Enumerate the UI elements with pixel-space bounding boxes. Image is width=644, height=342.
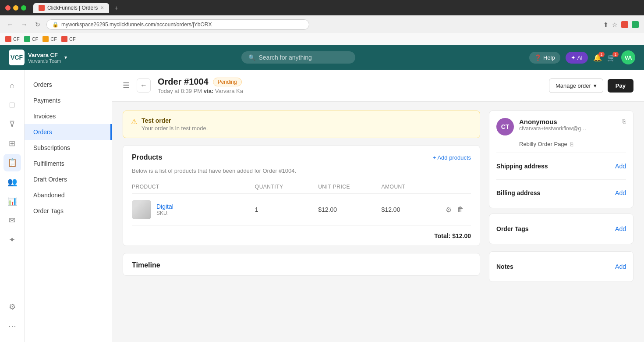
sidebar-orders-button[interactable]: 📋 xyxy=(4,154,21,171)
address-bar: ← → ↻ 🔒 myworkspace26295.myclickfunnels.… xyxy=(0,15,644,33)
sidebar-funnel-button[interactable]: ⊽ xyxy=(4,115,21,133)
sidebar-contacts-button[interactable]: 👥 xyxy=(4,173,21,191)
sidebar-ai-button[interactable]: ⋯ xyxy=(4,317,21,335)
notes-label: Notes xyxy=(496,263,513,270)
sidebar-settings-button[interactable]: ⚙ xyxy=(4,298,21,316)
products-card: Products + Add products Below is a list … xyxy=(123,145,480,246)
help-button[interactable]: ❓ Help xyxy=(529,52,560,64)
content-area: ☰ ← Order #1004 Pending Today at 8:39 PM… xyxy=(112,70,644,342)
close-dot[interactable] xyxy=(5,5,11,11)
logo-box: VCF xyxy=(9,50,25,65)
source-link-icon[interactable]: ⎘ xyxy=(570,141,573,147)
logo-area: VCF Varvara CF Varvara's Team ▾ xyxy=(9,50,67,65)
sidebar-store-button[interactable]: □ xyxy=(4,96,21,114)
grammarly-icon[interactable] xyxy=(632,21,639,28)
customer-card: CT Anonymous cfvarvara+testworkflow@gmai… xyxy=(489,110,633,208)
customer-avatar-initials: CT xyxy=(501,123,510,130)
timeline-title: Timeline xyxy=(132,261,160,269)
nav-item-fulfillments[interactable]: Fulfillments xyxy=(25,156,112,171)
sidebar-analytics-button[interactable]: 📊 xyxy=(4,192,21,210)
bookmark-cf4[interactable]: CF xyxy=(61,36,76,42)
nav-item-subscriptions[interactable]: Subscriptions xyxy=(25,140,112,156)
cf-extension-icon[interactable] xyxy=(621,21,628,28)
status-badge: Pending xyxy=(213,78,242,86)
reload-button[interactable]: ↻ xyxy=(33,20,42,29)
nav-item-order-tags[interactable]: Order Tags xyxy=(25,203,112,219)
cart-button[interactable]: 🛒 1 xyxy=(607,53,616,62)
products-title: Products xyxy=(132,153,162,161)
browser-extension-area: ⬆ ☆ xyxy=(603,21,639,28)
workspace-dropdown[interactable]: ▾ xyxy=(64,54,67,61)
notification-badge: 1 xyxy=(598,52,605,57)
products-table: Product Quantity Unit Price Amount xyxy=(123,180,480,226)
notifications-button[interactable]: 🔔 1 xyxy=(593,53,602,62)
add-products-button[interactable]: + Add products xyxy=(433,154,471,161)
search-placeholder: Search for anything xyxy=(259,54,312,61)
product-amount: $12.00 xyxy=(382,206,441,213)
bookmark-icon-cf2 xyxy=(24,36,30,42)
billing-add-link[interactable]: Add xyxy=(615,189,626,196)
product-cell: Digital SKU: xyxy=(132,200,251,219)
nav-item-abandoned[interactable]: Abandoned xyxy=(25,187,112,203)
user-avatar[interactable]: VA xyxy=(621,50,635,64)
cart-badge: 1 xyxy=(612,52,619,57)
table-row: Digital SKU: 1 $12.00 $12.00 ⚙ 🗑 xyxy=(132,194,471,226)
product-image-placeholder xyxy=(132,200,151,219)
new-tab-button[interactable]: + xyxy=(114,4,118,11)
order-title: Order #1004 xyxy=(158,77,209,87)
search-input-wrap[interactable]: 🔍 Search for anything xyxy=(241,51,355,64)
pay-button[interactable]: Pay xyxy=(608,79,633,93)
fullscreen-dot[interactable] xyxy=(21,5,26,11)
bookmark-cf[interactable]: CF xyxy=(5,36,20,42)
product-delete-button[interactable]: 🗑 xyxy=(456,205,465,214)
bookmark-button[interactable]: ☆ xyxy=(612,21,618,28)
nav-item-orders[interactable]: Orders xyxy=(25,124,112,140)
customer-name: Anonymous xyxy=(519,118,617,125)
product-settings-button[interactable]: ⚙ xyxy=(445,205,453,215)
active-tab[interactable]: ClickFunnels | Orders ✕ xyxy=(33,3,109,13)
customer-section: CT Anonymous cfvarvara+testworkflow@gmai… xyxy=(496,118,626,135)
nav-item-draft-orders[interactable]: Draft Orders xyxy=(25,171,112,187)
sidebar-home-button[interactable]: ⌂ xyxy=(4,77,21,94)
nav-item-orders-top[interactable]: Orders xyxy=(25,77,112,93)
notes-card: Notes Add xyxy=(489,251,633,282)
hamburger-button[interactable]: ☰ xyxy=(123,81,130,90)
order-tags-card: Order Tags Add xyxy=(489,214,633,244)
share-button[interactable]: ⬆ xyxy=(603,21,609,28)
test-order-banner: ⚠ Test order Your order is in test mode. xyxy=(123,110,480,138)
url-bar[interactable]: 🔒 myworkspace26295.myclickfunnels.com/ac… xyxy=(46,19,309,30)
manage-order-button[interactable]: Manage order ▾ xyxy=(549,78,603,93)
back-button[interactable]: ← xyxy=(137,78,151,93)
main-area: ⌂ □ ⊽ ⊞ 📋 👥 📊 ✉ ✦ ⚙ ⋯ Orders Payments In… xyxy=(0,70,644,342)
product-name[interactable]: Digital xyxy=(156,203,173,210)
back-nav-button[interactable]: ← xyxy=(5,20,15,29)
bookmark-cf2[interactable]: CF xyxy=(24,36,39,42)
nav-item-payments[interactable]: Payments xyxy=(25,93,112,108)
browser-dots xyxy=(5,5,26,11)
notes-add-link[interactable]: Add xyxy=(615,263,626,270)
forward-nav-button[interactable]: → xyxy=(19,20,29,29)
order-tags-add-link[interactable]: Add xyxy=(615,225,626,232)
sidebar-affiliates-button[interactable]: ✦ xyxy=(4,231,21,249)
order-tags-section: Order Tags Add xyxy=(496,221,626,237)
bookmark-cf3[interactable]: CF xyxy=(42,36,57,42)
customer-info: Anonymous cfvarvara+testworkflow@gmai... xyxy=(519,118,617,132)
tab-close-button[interactable]: ✕ xyxy=(100,5,104,10)
warning-content: Test order Your order is in test mode. xyxy=(142,117,208,132)
shipping-add-link[interactable]: Add xyxy=(615,163,626,170)
main-column: ⚠ Test order Your order is in test mode.… xyxy=(123,110,480,282)
product-sku: SKU: xyxy=(156,210,173,216)
shipping-address-section: Shipping address Add xyxy=(496,158,626,174)
minimize-dot[interactable] xyxy=(13,5,18,11)
col-actions xyxy=(445,184,471,190)
shipping-label: Shipping address xyxy=(496,163,548,170)
page-header: ☰ ← Order #1004 Pending Today at 8:39 PM… xyxy=(112,70,644,102)
help-label: Help xyxy=(543,54,555,61)
sidebar-products-button[interactable]: ⊞ xyxy=(4,135,21,152)
customer-email: cfvarvara+testworkflow@gmai... xyxy=(519,125,589,132)
ai-button[interactable]: ✦ AI xyxy=(566,52,588,64)
copy-email-icon[interactable]: ⎘ xyxy=(623,118,626,125)
manage-chevron-icon: ▾ xyxy=(594,82,597,89)
nav-item-invoices[interactable]: Invoices xyxy=(25,108,112,124)
sidebar-email-button[interactable]: ✉ xyxy=(4,212,21,229)
